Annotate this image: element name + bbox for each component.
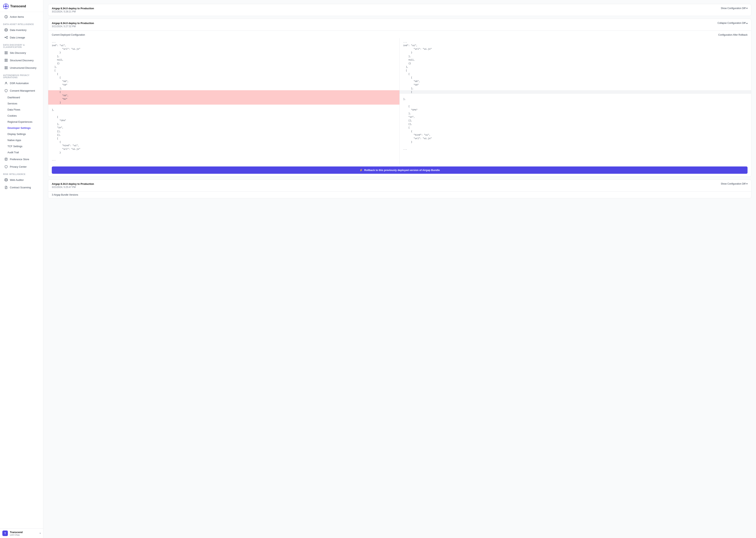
user-menu[interactable]: T Transcend Linh Chau ▾	[0, 528, 43, 538]
collapse-config-diff-btn-2[interactable]: Collapse Configuration Diff ▴	[717, 22, 747, 25]
data-flows-label: Data Flows	[8, 108, 20, 111]
show-config-diff-label-1: Show Configuration Diff	[721, 7, 745, 10]
chevron-down-icon-1: ▾	[746, 7, 747, 10]
main-content: Airgap 8.34.0 deploy to Production 3/21/…	[43, 0, 756, 538]
privacy-center-label: Privacy Center	[10, 165, 26, 168]
section-label-data-asset: DATA ASSET INTELLIGENCE	[0, 21, 43, 26]
svg-point-5	[7, 6, 8, 7]
sidebar-item-privacy-center[interactable]: Privacy Center	[1, 163, 42, 170]
brand-name: Transcend	[10, 5, 26, 8]
sidebar-item-web-auditor[interactable]: Web Auditor	[1, 176, 42, 184]
contract-scanning-label: Contract Scanning	[10, 186, 31, 189]
dsr-automation-label: DSR Automation	[10, 82, 29, 85]
developer-settings-label: Developer Settings	[8, 127, 31, 130]
sidebar-item-silo-discovery[interactable]: Silo Discovery	[1, 49, 42, 56]
web-auditor-label: Web Auditor	[10, 179, 24, 182]
svg-rect-11	[5, 52, 6, 53]
svg-rect-17	[5, 61, 6, 62]
sidebar-item-data-inventory[interactable]: Data Inventory	[1, 27, 42, 33]
cookies-label: Cookies	[8, 114, 17, 117]
svg-rect-14	[7, 53, 8, 54]
config-diff-header-2: Current Deployed Configuration Configura…	[48, 31, 751, 38]
sidebar-sub-data-flows[interactable]: Data Flows	[1, 107, 42, 113]
sidebar: Transcend Action Items DATA ASSET INTELL…	[0, 0, 43, 538]
contract-scanning-icon	[4, 186, 8, 189]
svg-rect-15	[5, 59, 6, 60]
dsr-automation-icon	[4, 81, 8, 85]
sidebar-item-dsr-automation[interactable]: DSR Automation	[1, 80, 42, 87]
preference-store-label: Preference Store	[10, 158, 29, 161]
data-inventory-label: Data Inventory	[10, 28, 26, 31]
sidebar-item-contract-scanning[interactable]: Contract Scanning	[1, 184, 42, 191]
rollback-button-2[interactable]: ⚡ Rollback to this previously deployed v…	[52, 166, 747, 174]
deploy-card-3-header: Airgap 8.34.0 deploy to Production 3/21/…	[48, 180, 751, 191]
action-items-icon	[4, 15, 8, 19]
show-config-diff-label-3: Show Configuration Diff	[721, 183, 745, 185]
svg-point-9	[7, 36, 8, 37]
svg-point-3	[6, 8, 7, 9]
sidebar-sub-cookies[interactable]: Cookies	[1, 113, 42, 119]
svg-rect-21	[5, 68, 6, 69]
sidebar-item-structured-discovery[interactable]: Structured Discovery	[1, 57, 42, 64]
deploy-card-1-header: Airgap 8.34.0 deploy to Production 3/21/…	[48, 4, 751, 16]
config-diff-section-2: Current Deployed Configuration Configura…	[48, 30, 751, 174]
sidebar-item-action-items[interactable]: Action Items	[1, 13, 42, 20]
svg-rect-19	[5, 67, 6, 68]
regional-experiences-label: Regional Experiences	[8, 120, 32, 123]
silo-discovery-label: Silo Discovery	[10, 51, 26, 54]
show-config-diff-btn-1[interactable]: Show Configuration Diff ▾	[721, 7, 747, 10]
unstructured-discovery-icon	[4, 66, 8, 70]
svg-rect-13	[5, 53, 6, 54]
sidebar-sub-native-apps[interactable]: Native Apps	[1, 137, 42, 143]
user-avatar: T	[2, 530, 8, 536]
deploy-card-1-title: Airgap 8.34.0 deploy to Production	[52, 7, 94, 10]
tcf-settings-label: TCF Settings	[8, 145, 23, 148]
sidebar-item-consent-management[interactable]: Consent Management	[1, 87, 42, 94]
show-config-diff-btn-3[interactable]: Show Configuration Diff ▾	[721, 183, 747, 185]
sidebar-sub-services[interactable]: Services	[1, 101, 42, 106]
sidebar-item-unstructured-discovery[interactable]: Unstructured Discovery	[1, 64, 42, 71]
svg-point-23	[6, 82, 7, 83]
section-label-privacy-ops: AUTONOMOUS PRIVACY OPERATIONS	[0, 72, 43, 80]
transcend-logo-icon	[3, 4, 9, 9]
rollback-config-label: Configuration After Rollback	[718, 33, 747, 36]
user-sub: Linh Chau	[10, 534, 38, 536]
deploy-card-3-date: 3/21/2024, 5:25:47 PM	[52, 186, 94, 188]
sidebar-sub-display-settings[interactable]: Display Settings	[1, 131, 42, 137]
deploy-card-3: Airgap 8.34.0 deploy to Production 3/21/…	[48, 180, 751, 198]
footer-count: 3 Airgap Bundle Versions	[48, 191, 751, 198]
svg-rect-18	[7, 61, 8, 62]
deploy-card-2-title: Airgap 8.34.0 deploy to Production	[52, 22, 94, 25]
deploy-card-2-header: Airgap 8.34.0 deploy to Production 3/21/…	[48, 19, 751, 30]
sidebar-sub-dashboard[interactable]: Dashboard	[1, 94, 42, 100]
diff-columns-2: ...ind": "ui", "url": "ui.js" } ], null,…	[48, 38, 751, 165]
chevron-down-icon: ▾	[40, 532, 41, 535]
dashboard-label: Dashboard	[8, 96, 20, 99]
privacy-center-icon	[4, 165, 8, 168]
svg-point-4	[4, 6, 5, 7]
svg-point-2	[6, 4, 7, 5]
sidebar-sub-regional-experiences[interactable]: Regional Experiences	[1, 119, 42, 125]
structured-discovery-icon	[4, 59, 8, 62]
chevron-down-icon-3: ▾	[746, 183, 747, 185]
sidebar-item-preference-store[interactable]: Preference Store	[1, 156, 42, 163]
svg-rect-12	[7, 52, 8, 53]
sidebar-item-data-lineage[interactable]: Data Lineage	[1, 34, 42, 41]
audit-trail-label: Audit Trail	[8, 151, 19, 154]
sidebar-sub-tcf-settings[interactable]: TCF Settings	[1, 143, 42, 149]
sidebar-sub-audit-trail[interactable]: Audit Trail	[1, 149, 42, 155]
chevron-up-icon-2: ▴	[746, 22, 747, 25]
display-settings-label: Display Settings	[8, 133, 26, 135]
native-apps-label: Native Apps	[8, 139, 21, 142]
deploy-card-1: Airgap 8.34.0 deploy to Production 3/21/…	[48, 4, 751, 16]
sidebar-logo[interactable]: Transcend	[0, 0, 43, 12]
diff-col-left: ...ind": "ui", "url": "ui.js" } ], null,…	[48, 38, 400, 165]
user-info: Transcend Linh Chau	[10, 531, 38, 536]
sidebar-sub-developer-settings[interactable]: Developer Settings	[1, 125, 42, 131]
silo-discovery-icon	[4, 51, 8, 55]
data-inventory-icon	[4, 28, 8, 32]
svg-point-1	[5, 5, 7, 7]
svg-rect-20	[7, 67, 8, 68]
svg-rect-22	[7, 68, 8, 69]
preference-store-icon	[4, 157, 8, 161]
